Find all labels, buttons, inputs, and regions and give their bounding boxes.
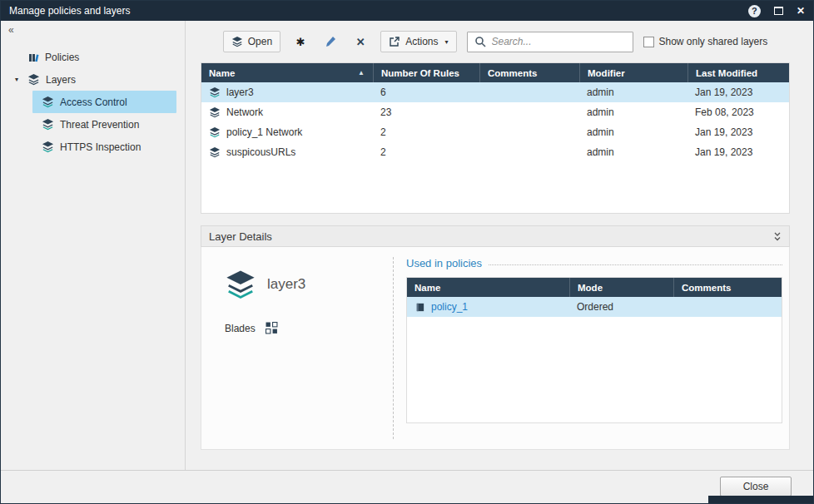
table-row[interactable]: suspicousURLs 2 admin Jan 19, 2023 — [201, 142, 789, 162]
dialog-footer: Close — [1, 470, 813, 503]
policy-link[interactable]: policy_1 — [431, 301, 468, 313]
layer-details-header: Layer Details — [201, 225, 790, 247]
selected-layer-name: layer3 — [267, 276, 305, 293]
used-table-header: Name Mode Comments — [407, 278, 782, 297]
column-header-mode[interactable]: Mode — [569, 278, 673, 297]
layer-icon — [209, 86, 221, 98]
last-modified-cell: Jan 19, 2023 — [687, 146, 789, 158]
search-box — [467, 32, 633, 52]
rules-count: 23 — [373, 106, 479, 118]
modifier-cell: admin — [579, 86, 687, 98]
blades-grid-icon — [266, 322, 278, 334]
collapse-panel-icon[interactable] — [773, 231, 782, 242]
layer-details-title: Layer Details — [209, 230, 272, 243]
toolbar: Open ✱ ✕ Actions ▾ — [201, 21, 790, 62]
layer-name: suspicousURLs — [226, 146, 295, 158]
sidebar-item-label: Threat Prevention — [60, 119, 139, 131]
edit-pencil-icon[interactable] — [320, 32, 340, 52]
used-in-policies-title: Used in policies — [406, 257, 482, 269]
modifier-cell: admin — [579, 126, 687, 138]
layer-icon — [209, 146, 221, 158]
open-layers-icon — [231, 36, 243, 47]
actions-button[interactable]: Actions ▾ — [380, 31, 456, 52]
table-row[interactable]: policy_1 Network 2 admin Jan 19, 2023 — [201, 122, 789, 142]
blades-label: Blades — [225, 323, 256, 334]
sidebar-item-threat-prevention[interactable]: Threat Prevention — [32, 113, 176, 136]
layer-summary: layer3 Blades — [201, 247, 393, 449]
sidebar-item-label: Layers — [46, 74, 76, 86]
column-header-name[interactable]: Name — [407, 278, 569, 297]
shared-layers-label: Show only shared layers — [659, 36, 768, 47]
last-modified-cell: Jan 19, 2023 — [687, 126, 789, 138]
sidebar-collapse-icon[interactable]: « — [8, 24, 12, 36]
mode-cell: Ordered — [569, 301, 673, 313]
window-title: Manage policies and layers — [9, 5, 748, 17]
table-row[interactable]: layer3 6 admin Jan 19, 2023 — [201, 82, 789, 102]
rules-count: 6 — [373, 86, 479, 98]
layers-table: Name ▲ Number Of Rules Comments Modifier… — [201, 62, 790, 214]
layers-icon — [27, 73, 40, 86]
table-row[interactable]: policy_1 Ordered — [407, 297, 782, 317]
column-header-name[interactable]: Name ▲ — [201, 63, 373, 82]
column-header-comments[interactable]: Comments — [479, 63, 579, 82]
column-header-comments[interactable]: Comments — [673, 278, 782, 297]
rules-count: 2 — [373, 126, 479, 138]
layer-icon — [209, 106, 221, 118]
sidebar-item-label: HTTPS Inspection — [60, 141, 141, 153]
dialog-body: « Policies ▾ Layers — [1, 21, 813, 470]
close-button[interactable]: Close — [720, 477, 792, 497]
window-corner-accent — [708, 496, 813, 503]
layers-table-header: Name ▲ Number Of Rules Comments Modifier… — [201, 63, 789, 82]
open-button-label: Open — [248, 36, 272, 47]
maximize-icon[interactable] — [774, 7, 783, 15]
layer-details-panel: layer3 Blades Use — [201, 247, 790, 450]
used-in-policies-section: Used in policies Name Mode Comments — [394, 247, 789, 449]
last-modified-cell: Feb 08, 2023 — [687, 106, 789, 118]
search-input[interactable] — [492, 36, 626, 47]
delete-icon[interactable]: ✕ — [350, 32, 370, 52]
sidebar-item-access-control[interactable]: Access Control — [32, 91, 176, 113]
sort-asc-icon[interactable]: ▲ — [358, 69, 365, 77]
shared-layers-checkbox[interactable] — [643, 37, 654, 47]
sidebar-item-https-inspection[interactable]: HTTPS Inspection — [32, 136, 176, 158]
help-icon[interactable]: ? — [748, 5, 761, 17]
https-inspection-layers-icon — [42, 141, 54, 153]
layer-name: policy_1 Network — [226, 126, 302, 138]
close-icon[interactable]: ✕ — [797, 5, 805, 17]
layer-icon — [209, 126, 221, 138]
policies-icon — [27, 52, 39, 63]
tree-expanded-icon[interactable]: ▾ — [15, 76, 18, 83]
chevron-down-icon: ▾ — [444, 38, 448, 46]
sidebar: « Policies ▾ Layers — [1, 21, 186, 470]
main-content: Open ✱ ✕ Actions ▾ — [186, 21, 813, 470]
dotted-rule — [489, 264, 782, 265]
rules-count: 2 — [373, 146, 479, 158]
policy-book-icon — [414, 302, 425, 313]
open-button[interactable]: Open — [223, 31, 280, 52]
search-icon — [474, 36, 486, 47]
column-header-last-modified[interactable]: Last Modified — [687, 63, 789, 82]
column-header-number-of-rules[interactable]: Number Of Rules — [373, 63, 479, 82]
last-modified-cell: Jan 19, 2023 — [687, 86, 789, 98]
shared-layers-toggle[interactable]: Show only shared layers — [643, 36, 768, 47]
actions-export-icon — [389, 36, 400, 47]
layers-table-body: layer3 6 admin Jan 19, 2023 Network 23 — [201, 82, 789, 213]
modifier-cell: admin — [579, 146, 687, 158]
actions-button-label: Actions — [405, 36, 438, 47]
threat-prevention-layers-icon — [42, 118, 54, 131]
layer-name: Network — [226, 106, 263, 118]
used-in-policies-table: Name Mode Comments — [406, 277, 782, 423]
table-row[interactable]: Network 23 admin Feb 08, 2023 — [201, 102, 789, 122]
sidebar-item-label: Policies — [45, 52, 79, 63]
titlebar: Manage policies and layers ? ✕ — [1, 1, 813, 21]
column-header-modifier[interactable]: Modifier — [579, 63, 687, 82]
sidebar-item-policies[interactable]: Policies — [1, 46, 185, 68]
modifier-cell: admin — [579, 106, 687, 118]
sidebar-item-layers[interactable]: ▾ Layers — [1, 68, 185, 91]
sidebar-item-label: Access Control — [60, 96, 127, 108]
new-layer-icon[interactable]: ✱ — [290, 32, 310, 52]
layer-name: layer3 — [226, 86, 254, 98]
manage-policies-window: Manage policies and layers ? ✕ « Policie… — [0, 0, 814, 504]
layer-large-icon — [225, 269, 256, 300]
access-control-layers-icon — [42, 96, 54, 108]
